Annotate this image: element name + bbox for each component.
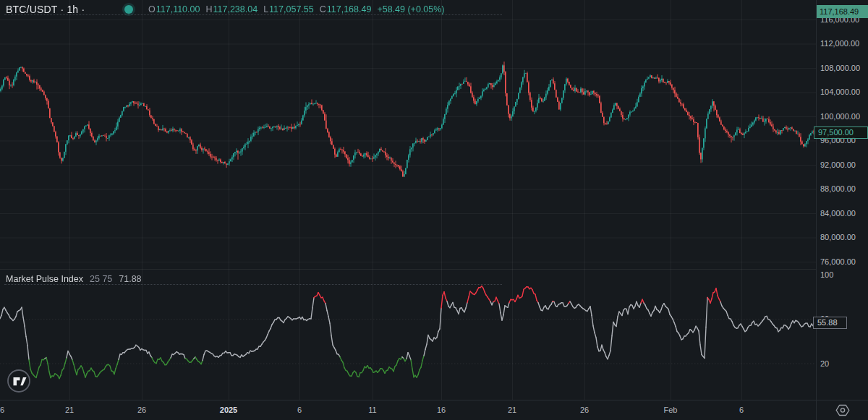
time-axis-label: 21: [65, 406, 74, 414]
time-axis[interactable]: 621262025611162126Feb6: [0, 400, 816, 420]
time-axis-label: Feb: [664, 406, 678, 414]
indicator-params: 25 75: [90, 274, 112, 284]
indicator-legend[interactable]: Market Pulse Index 25 75 71.88: [6, 273, 142, 285]
ohlc-low: L117,057.55: [263, 4, 314, 14]
low-value: 117,057.55: [269, 4, 314, 14]
time-axis-label: 21: [508, 406, 516, 414]
price-axis-label: 104,000.00: [820, 87, 860, 97]
time-axis-label: 6: [739, 406, 744, 414]
price-line-label: 97,500.00: [814, 127, 868, 139]
indicator-axis-label: 100: [820, 270, 833, 280]
price-axis-label: 80,000.00: [820, 233, 856, 242]
time-axis-label: 26: [137, 406, 146, 414]
symbol-legend[interactable]: BTC/USDT · 1h ·: [6, 3, 85, 16]
indicator-value: 71.88: [119, 274, 141, 284]
time-axis-label: 6: [0, 406, 4, 414]
price-axis-label: 112,000.00: [820, 39, 859, 48]
indicator-axis-label: 20: [820, 359, 829, 369]
close-value: 117,168.49: [327, 4, 372, 14]
price-axis-label: 88,000.00: [820, 184, 856, 194]
open-label: O: [148, 4, 156, 14]
tradingview-chart-window: BTC/USDT · 1h · O117,110.00 H117,238.04 …: [0, 0, 868, 420]
gear-icon[interactable]: [835, 404, 850, 416]
ohlc-close: C117,168.49: [320, 4, 372, 14]
high-value: 117,238.04: [213, 4, 258, 14]
indicator-name[interactable]: Market Pulse Index: [6, 274, 83, 284]
indicator-last-value-badge: 55.88: [813, 317, 847, 329]
price-axis-label: 92,000.00: [820, 160, 856, 170]
ohlc-row: O117,110.00 H117,238.04 L117,057.55 C117…: [148, 4, 445, 15]
price-axis-label: 84,000.00: [820, 209, 856, 218]
time-axis-label: 11: [368, 406, 376, 414]
last-price-badge: 117,168.49: [817, 5, 868, 18]
chart-canvas[interactable]: [0, 0, 816, 400]
open-value: 117,110.00: [156, 4, 200, 14]
market-status-dot-icon: [124, 5, 133, 14]
ohlc-open: O117,110.00: [148, 4, 200, 14]
price-axis-label: 100,000.00: [820, 112, 860, 121]
time-axis-label: 6: [297, 406, 302, 414]
axis-settings-corner[interactable]: [816, 400, 868, 420]
price-axis[interactable]: 97,500.00 55.88 117,168.49 116,000.00112…: [816, 0, 868, 400]
change-value: +58.49 (+0.05%): [377, 4, 444, 14]
time-axis-label: 26: [580, 406, 589, 414]
low-label: L: [263, 4, 268, 14]
price-axis-label: 76,000.00: [820, 257, 856, 267]
close-label: C: [320, 4, 326, 14]
time-axis-label: 2025: [220, 406, 237, 414]
tradingview-logo[interactable]: [7, 369, 31, 393]
ohlc-high: H117,238.04: [205, 4, 258, 14]
tradingview-logo-icon: [7, 369, 31, 393]
high-label: H: [205, 4, 212, 14]
time-axis-label: 16: [437, 406, 446, 414]
price-axis-label: 108,000.00: [820, 64, 860, 73]
symbol-title[interactable]: BTC/USDT · 1h ·: [6, 4, 85, 15]
